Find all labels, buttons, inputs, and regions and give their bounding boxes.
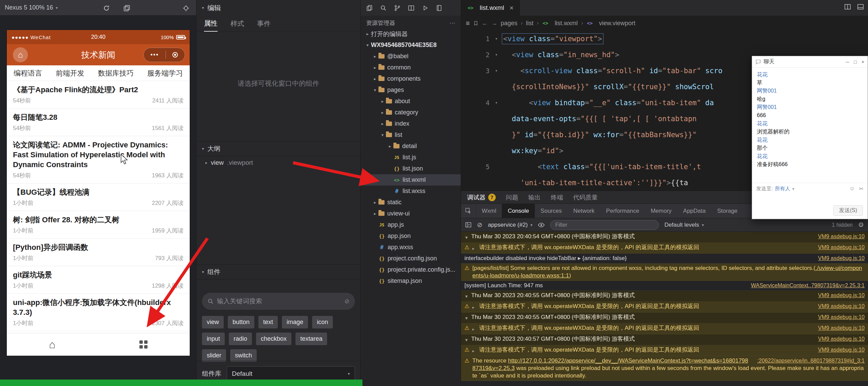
fold-icon[interactable]: ▾ (490, 52, 503, 57)
log-levels-select[interactable]: Default levels ▾ (664, 222, 704, 228)
expand-icon[interactable]: ▼ (464, 313, 471, 322)
split-editor-icon[interactable] (844, 3, 851, 10)
run-icon[interactable] (422, 5, 428, 11)
component-chip-image[interactable]: image (282, 316, 308, 328)
console-row[interactable]: ▼Thu Mar 30 2023 20:40:55 GMT+0800 (中国标准… (461, 312, 868, 323)
filter-input[interactable] (550, 220, 659, 230)
panel-tab-代码质量[interactable]: 代码质量 (573, 193, 598, 202)
source-link[interactable]: VM9 asdebug.js:10 (818, 233, 865, 240)
devtools-tab-Performance[interactable]: Performance (600, 204, 645, 218)
chat-title-bar[interactable]: 聊天 ─ □ × (752, 56, 868, 68)
tree-item-project.private.config.js...[interactable]: {}project.private.config.js... (361, 264, 461, 275)
article-item[interactable]: 【BUG记录】线程池满1小时前2207 人阅读 (7, 183, 190, 211)
panel-tab-终端[interactable]: 终端 (551, 193, 563, 202)
article-item[interactable]: git踩坑场景1小时前1298 人阅读 (7, 266, 190, 294)
emoji-icon[interactable]: ☺ (849, 186, 855, 192)
edit-tab-属性[interactable]: 属性 (204, 16, 218, 32)
console-row[interactable]: interfacebuilder disabled invoke hideTab… (461, 254, 868, 263)
edit-tab-事件[interactable]: 事件 (257, 16, 271, 32)
breadcrumb-item[interactable]: view.viewport (599, 20, 635, 27)
component-chip-checkbox[interactable]: checkbox (256, 333, 291, 345)
eye-icon[interactable] (538, 222, 545, 228)
category-tab-数据库技巧[interactable]: 数据库技巧 (98, 68, 134, 78)
tabbar-grid-icon[interactable] (139, 340, 148, 349)
tree-item-components[interactable]: ▸components (361, 73, 461, 84)
more-actions-icon[interactable]: ··· (449, 20, 455, 27)
category-tab-编程语言[interactable]: 编程语言 (14, 68, 42, 78)
console-row[interactable]: ⚠▸请注意游客模式下，调用 wx.operateWXData 是受限的，API … (461, 243, 868, 254)
clear-console-icon[interactable]: ⊘ (477, 221, 482, 229)
component-chip-text[interactable]: text (258, 316, 278, 328)
breadcrumb-item[interactable]: list.wxml (555, 20, 578, 27)
devtools-tab-Memory[interactable]: Memory (645, 204, 677, 218)
breadcrumb-item[interactable]: pages (501, 20, 517, 27)
chat-input[interactable] (752, 194, 868, 204)
expand-icon[interactable]: ▼ (464, 292, 471, 300)
files-icon[interactable] (366, 5, 373, 11)
tree-item-打开的编辑器[interactable]: ▸打开的编辑器 (361, 28, 461, 39)
components-section-header[interactable]: ▾ 组件 (197, 264, 360, 279)
source-link[interactable]: VM9 asdebug.js:10 (818, 324, 865, 332)
send-button[interactable]: 发送(S) (833, 205, 863, 216)
code-line[interactable]: 1▾<view class="viewport"> (461, 31, 868, 47)
tree-item-sitemap.json[interactable]: {}sitemap.json (361, 275, 461, 287)
devtools-tab-Sources[interactable]: Sources (535, 204, 567, 218)
devtools-tab-AppData[interactable]: AppData (677, 204, 711, 218)
tree-item-list.json[interactable]: {}list.json (361, 163, 461, 174)
devtools-tab-Network[interactable]: Network (567, 204, 600, 218)
expand-icon[interactable]: ▼ (464, 335, 471, 344)
component-chip-radio[interactable]: radio (229, 333, 252, 345)
console-row[interactable]: [system] Launch Time: 947 msWAServiceMai… (461, 281, 868, 291)
edit-tab-样式[interactable]: 样式 (231, 16, 244, 32)
devtools-tab-Storage[interactable]: Storage (712, 204, 744, 218)
source-link[interactable]: VM9 asdebug.js:10 (818, 313, 865, 321)
article-item[interactable]: uni-app:微信小程序:预加载字体文件(hbuilderx 3.7.3)1小… (7, 294, 190, 331)
source-link[interactable]: VM9 asdebug.js:10 (818, 244, 865, 251)
panel-tab-输出[interactable]: 输出 (528, 193, 541, 202)
component-chip-slider[interactable]: slider (202, 349, 226, 362)
fold-icon[interactable]: ▾ (490, 36, 503, 41)
forward-icon[interactable]: → (491, 20, 497, 27)
fit-screen-icon[interactable] (182, 4, 190, 13)
send-to-value[interactable]: 所有人 (775, 186, 790, 192)
component-chip-icon[interactable]: icon (312, 316, 333, 328)
minimize-circle-icon[interactable] (172, 52, 178, 58)
back-icon[interactable]: ← (482, 20, 488, 27)
tree-item-pages[interactable]: ▾pages (361, 84, 461, 96)
layers-icon[interactable] (122, 4, 131, 13)
devtools-tab-Console[interactable]: Console (502, 204, 534, 218)
tree-item-WX94546857044E35E8[interactable]: ▾WX94546857044E35E8 (361, 39, 461, 51)
tree-item-list.js[interactable]: JSlist.js (361, 152, 461, 163)
menu-icon[interactable]: ≡ (466, 19, 470, 27)
tree-item-detail[interactable]: ▸detail (361, 141, 461, 152)
screenshot-icon[interactable]: ✂ (859, 186, 864, 192)
console-row[interactable]: ⚠[pages/list/list] Some selectors are no… (461, 263, 868, 281)
article-item[interactable]: 论文阅读笔记: ADMM - Projective Dynamics: Fast… (7, 136, 190, 183)
inspect-element-icon[interactable] (461, 204, 476, 218)
minimize-icon[interactable]: ─ (846, 59, 849, 65)
outline-section-header[interactable]: ▾ 大纲 (197, 141, 360, 156)
console-row[interactable]: ⚠:20622/appservice/in..680179887319#id_3… (461, 356, 868, 381)
tree-item-static[interactable]: ▸static (361, 197, 461, 208)
expand-icon[interactable]: ▸ (472, 244, 479, 252)
fold-icon[interactable]: ▾ (490, 68, 503, 73)
source-link[interactable]: VM9 asdebug.js:10 (818, 346, 865, 354)
search-icon[interactable] (380, 5, 387, 11)
source-link[interactable]: VM9 asdebug.js:10 (818, 335, 865, 343)
tree-item-index[interactable]: ▸index (361, 118, 461, 129)
bookmark-icon[interactable] (473, 20, 478, 26)
expand-icon[interactable]: ▼ (464, 233, 471, 241)
context-selector[interactable]: appservice (#2) ▾ (488, 222, 532, 228)
console-row[interactable]: ⚠▸请注意游客模式下，调用 wx.operateWXData 是受限的，API … (461, 323, 868, 334)
split-view-icon[interactable] (408, 5, 414, 11)
tree-item-project.config.json[interactable]: {}project.config.json (361, 253, 461, 264)
component-chip-textarea[interactable]: textarea (295, 333, 327, 345)
console-row[interactable]: ▼Thu Mar 30 2023 20:40:57 GMT+0800 (中国标准… (461, 334, 868, 345)
console-sidebar-icon[interactable] (465, 222, 472, 228)
layout-panel-icon[interactable] (857, 3, 864, 10)
editor-tab-list-wxml[interactable]: <> list.wxml × (461, 0, 520, 16)
tree-item-category[interactable]: ▸category (361, 107, 461, 118)
tree-item-app.json[interactable]: {}app.json (361, 230, 461, 242)
expand-icon[interactable]: ▸ (472, 324, 479, 333)
expand-icon[interactable]: ▸ (472, 346, 479, 355)
